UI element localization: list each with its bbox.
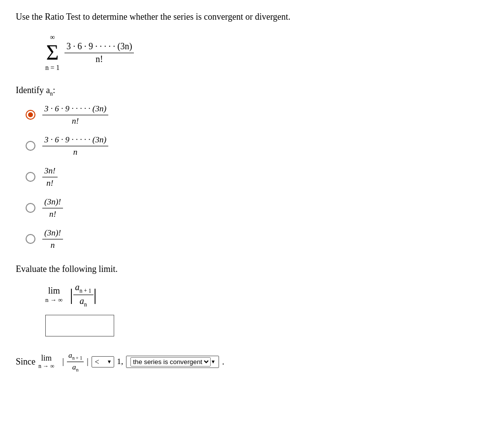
one-label: 1, xyxy=(117,357,124,367)
choice-row[interactable]: 3n!n! xyxy=(26,166,488,188)
limit-answer-input[interactable] xyxy=(45,315,114,336)
choice-numerator: 3n! xyxy=(42,166,58,177)
series-numerator: 3 · 6 · 9 · · · · · (3n) xyxy=(64,41,134,53)
series-denominator: n! xyxy=(94,53,105,65)
choice-denominator: n xyxy=(49,239,57,250)
choice-fraction: (3n)!n xyxy=(42,228,63,250)
choice-fraction: (3n)!n! xyxy=(42,197,63,219)
series-fraction: 3 · 6 · 9 · · · · · (3n) n! xyxy=(64,41,134,65)
comparison-select[interactable]: <=> xyxy=(95,358,107,366)
choice-numerator: 3 · 6 · 9 · · · · · (3n) xyxy=(42,104,108,115)
sigma-symbol: ∞ Σ n = 1 xyxy=(45,34,60,71)
radio-button[interactable] xyxy=(26,141,35,151)
choices-container: 3 · 6 · 9 · · · · · (3n)n!3 · 6 · 9 · · … xyxy=(26,104,488,250)
evaluate-section: Evaluate the following limit. lim n → ∞ … xyxy=(16,264,488,336)
choice-row[interactable]: (3n)!n xyxy=(26,228,488,250)
problem-statement: Use the Ratio Test to determine whether … xyxy=(16,12,488,22)
radio-button[interactable] xyxy=(26,234,35,244)
series-result-select[interactable]: the series is convergentthe series is di… xyxy=(130,357,211,367)
comparison-dropdown[interactable]: <=> ▾ xyxy=(92,356,114,368)
choice-numerator: (3n)! xyxy=(42,228,63,239)
series-result-dropdown[interactable]: the series is convergentthe series is di… xyxy=(126,356,219,368)
series-display: ∞ Σ n = 1 3 · 6 · 9 · · · · · (3n) n! xyxy=(45,34,488,71)
radio-button[interactable] xyxy=(26,110,35,120)
sigma-upper: ∞ xyxy=(50,34,55,41)
since-lim-block: lim n → ∞ xyxy=(38,354,55,370)
evaluate-label: Evaluate the following limit. xyxy=(16,264,488,274)
lim-block: lim n → ∞ xyxy=(45,286,63,304)
choice-row[interactable]: 3 · 6 · 9 · · · · · (3n)n! xyxy=(26,104,488,126)
identify-label: Identify an: xyxy=(16,85,488,97)
radio-inner xyxy=(28,112,33,117)
choice-fraction: 3n!n! xyxy=(42,166,58,188)
choice-fraction: 3 · 6 · 9 · · · · · (3n)n xyxy=(42,135,108,157)
radio-button[interactable] xyxy=(26,203,35,213)
choice-row[interactable]: 3 · 6 · 9 · · · · · (3n)n xyxy=(26,135,488,157)
choice-fraction: 3 · 6 · 9 · · · · · (3n)n! xyxy=(42,104,108,126)
choice-denominator: n! xyxy=(70,115,81,126)
radio-button[interactable] xyxy=(26,172,35,182)
since-fraction: an + 1 an xyxy=(67,350,84,373)
since-row: Since lim n → ∞ | an + 1 an | <=> ▾ 1, t… xyxy=(16,350,488,373)
since-word: Since xyxy=(16,357,35,367)
abs-fraction: an + 1 an xyxy=(73,282,94,308)
choice-numerator: (3n)! xyxy=(42,197,63,208)
choice-numerator: 3 · 6 · 9 · · · · · (3n) xyxy=(42,135,108,146)
choice-denominator: n! xyxy=(47,208,58,219)
choice-row[interactable]: (3n)!n! xyxy=(26,197,488,219)
sigma-lower: n = 1 xyxy=(45,65,60,71)
choice-denominator: n! xyxy=(44,177,55,188)
problem-text: Use the Ratio Test to determine whether … xyxy=(16,12,290,22)
choice-denominator: n xyxy=(71,146,80,157)
limit-display: lim n → ∞ | an + 1 an | xyxy=(45,282,488,308)
